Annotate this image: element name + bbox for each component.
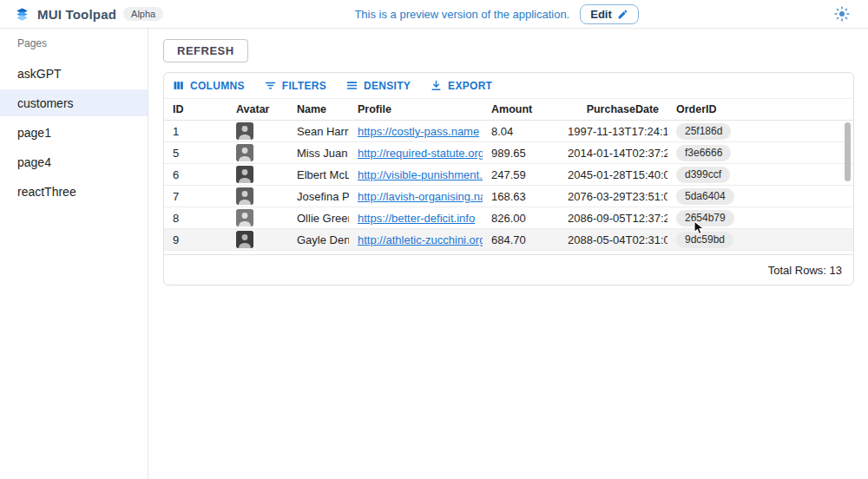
cell-orderid: 5da6404 [667, 188, 772, 205]
column-header-purchasedate[interactable]: PurchaseDate [559, 103, 667, 115]
profile-link[interactable]: http://required-statute.org [358, 147, 483, 160]
cell-avatar [227, 144, 288, 161]
cell-name: Miss Juan … [288, 147, 349, 160]
cell-orderid: 25f186d [667, 123, 772, 140]
sun-icon [834, 6, 850, 22]
column-header-profile[interactable]: Profile [349, 103, 483, 115]
edit-button[interactable]: Edit [580, 4, 639, 24]
sidebar-item-page4[interactable]: page4 [0, 148, 148, 175]
table-row[interactable]: 9 Gayle Den… http://athletic-zucchini.or… [164, 229, 853, 251]
table-row[interactable]: 6 Elbert McL… http://visible-punishment.… [164, 164, 853, 186]
vertical-scrollbar-thumb[interactable] [845, 122, 851, 181]
table-row[interactable]: 7 Josefina P… http://lavish-organising.n… [164, 186, 853, 207]
data-grid: COLUMNS FILTERS DE [163, 72, 854, 285]
app-title: MUI Toolpad [37, 7, 116, 22]
cell-name: Elbert McL… [288, 168, 349, 181]
sidebar-section-label: Pages [0, 37, 148, 49]
brand: MUI Toolpad Alpha [14, 6, 163, 23]
orderid-chip[interactable]: 2654b79 [676, 210, 734, 226]
column-header-avatar[interactable]: Avatar [227, 103, 288, 115]
sidebar: Pages askGPT customers page1 page4 react… [0, 29, 148, 479]
cell-amount: 826.00 [483, 212, 559, 225]
cell-id: 1 [164, 125, 227, 138]
orderid-chip[interactable]: 9dc59bd [676, 232, 733, 248]
density-button[interactable]: DENSITY [345, 79, 411, 92]
cell-avatar [227, 231, 288, 248]
table-row[interactable]: 5 Miss Juan … http://required-statute.or… [164, 142, 853, 164]
filters-button-label: FILTERS [282, 80, 326, 92]
avatar [236, 144, 253, 161]
cell-amount: 168.63 [483, 190, 559, 203]
cell-avatar [227, 209, 288, 226]
cell-name: Josefina P… [288, 190, 349, 203]
cell-id: 9 [164, 233, 227, 246]
density-button-label: DENSITY [364, 80, 411, 92]
cell-orderid: 9dc59bd [667, 232, 772, 248]
pencil-icon [617, 9, 628, 20]
avatar [236, 187, 253, 205]
cell-name: Sean Harris [288, 125, 349, 138]
cell-purchasedate: 1997-11-13T17:24:11.769Z [559, 125, 667, 138]
cell-amount: 684.70 [483, 233, 559, 246]
cell-profile: http://athletic-zucchini.org [349, 233, 483, 246]
cell-profile: http://lavish-organising.name [349, 190, 483, 203]
toolpad-logo-icon [14, 6, 30, 23]
sidebar-item-customers[interactable]: customers [0, 89, 148, 116]
cell-orderid: f3e6666 [667, 145, 772, 161]
cell-amount: 989.65 [483, 147, 559, 160]
avatar [236, 231, 253, 248]
edit-button-label: Edit [590, 8, 612, 21]
orderid-chip[interactable]: 25f186d [676, 123, 731, 140]
sidebar-item-reactthree[interactable]: reactThree [0, 178, 148, 205]
profile-link[interactable]: http://visible-punishment.net [358, 168, 483, 181]
grid-toolbar: COLUMNS FILTERS DE [164, 73, 853, 98]
alpha-badge: Alpha [123, 7, 163, 21]
cell-profile: http://required-statute.org [349, 147, 483, 160]
cell-purchasedate: 2086-09-05T12:37:27.015Z [559, 212, 667, 225]
cell-name: Ollie Green… [288, 212, 349, 225]
orderid-chip[interactable]: d399ccf [676, 167, 730, 183]
orderid-chip[interactable]: 5da6404 [676, 188, 734, 205]
total-rows-label: Total Rows: 13 [768, 264, 842, 277]
cell-avatar [227, 187, 288, 205]
density-icon [345, 79, 358, 92]
column-header-orderid[interactable]: OrderID [667, 103, 772, 115]
export-icon [430, 79, 443, 92]
sidebar-item-page1[interactable]: page1 [0, 119, 148, 146]
cell-profile: https://costly-pass.name [349, 125, 483, 138]
cell-id: 8 [164, 212, 227, 225]
cell-profile: https://better-deficit.info [349, 212, 483, 225]
grid-footer: Total Rows: 13 [164, 254, 853, 285]
cell-id: 7 [164, 190, 227, 203]
preview-banner-text: This is a preview version of the applica… [354, 8, 569, 21]
cell-avatar [227, 122, 288, 140]
cell-id: 5 [164, 147, 227, 160]
cell-id: 6 [164, 168, 227, 181]
cell-purchasedate: 2014-01-14T02:37:28.536Z [559, 147, 667, 160]
orderid-chip[interactable]: f3e6666 [676, 145, 731, 161]
columns-button-label: COLUMNS [190, 80, 245, 92]
profile-link[interactable]: http://lavish-organising.name [358, 190, 483, 203]
column-header-amount[interactable]: Amount [483, 103, 559, 115]
sidebar-item-askgpt[interactable]: askGPT [0, 60, 148, 87]
table-row[interactable]: 1 Sean Harris https://costly-pass.name 8… [164, 121, 853, 142]
export-button-label: EXPORT [448, 80, 492, 92]
profile-link[interactable]: https://better-deficit.info [358, 212, 475, 225]
profile-link[interactable]: https://costly-pass.name [358, 125, 479, 138]
filters-button[interactable]: FILTERS [264, 79, 326, 92]
main-content: REFRESH COLUMNS [148, 29, 868, 479]
cell-amount: 247.59 [483, 168, 559, 181]
column-header-name[interactable]: Name [288, 103, 349, 115]
column-header-id[interactable]: ID [164, 103, 227, 115]
table-row[interactable]: 8 Ollie Green… https://better-deficit.in… [164, 207, 853, 229]
columns-button[interactable]: COLUMNS [172, 79, 245, 92]
cell-purchasedate: 2045-01-28T15:40:06.325Z [559, 168, 667, 181]
export-button[interactable]: EXPORT [430, 79, 492, 92]
refresh-button[interactable]: REFRESH [163, 39, 248, 62]
cell-purchasedate: 2088-05-04T02:31:03.294Z [559, 233, 667, 246]
avatar [236, 166, 253, 183]
cell-purchasedate: 2076-03-29T23:51:07.968Z [559, 190, 667, 203]
theme-toggle-button[interactable] [830, 2, 854, 26]
cell-orderid: d399ccf [667, 167, 772, 183]
profile-link[interactable]: http://athletic-zucchini.org [358, 233, 483, 246]
